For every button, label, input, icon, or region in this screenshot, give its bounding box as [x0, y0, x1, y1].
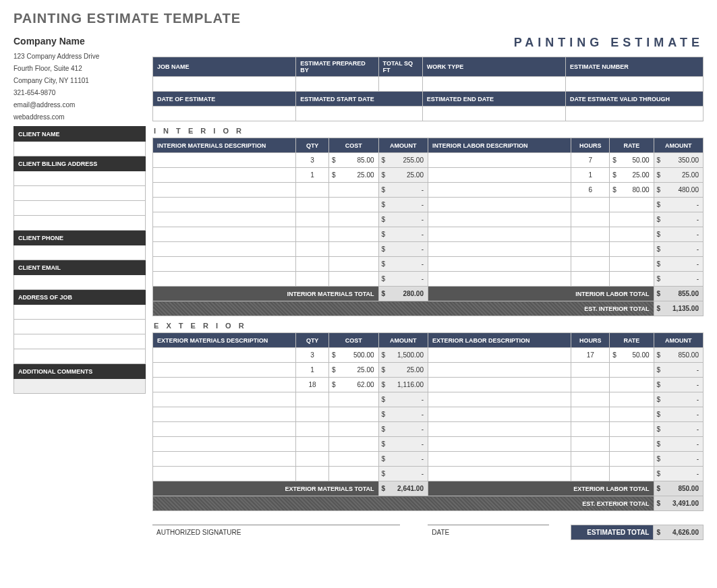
table-cell[interactable]: 1 — [296, 363, 329, 378]
table-cell[interactable] — [571, 227, 610, 242]
table-cell[interactable] — [329, 392, 378, 407]
table-cell[interactable] — [428, 212, 571, 227]
table-cell[interactable] — [296, 437, 329, 452]
table-cell[interactable] — [428, 422, 571, 437]
table-cell[interactable] — [153, 168, 296, 183]
table-cell[interactable] — [610, 437, 654, 452]
table-cell[interactable]: $80.00 — [610, 183, 654, 198]
table-cell[interactable] — [610, 467, 654, 481]
table-cell[interactable] — [428, 437, 571, 452]
table-cell[interactable] — [296, 227, 329, 242]
table-cell[interactable] — [329, 272, 378, 287]
table-cell[interactable]: $25.00 — [610, 168, 654, 183]
client-billing-input-4[interactable] — [14, 216, 146, 231]
table-cell[interactable] — [153, 198, 296, 212]
job-addr-input-4[interactable] — [14, 349, 146, 364]
table-cell[interactable] — [428, 168, 571, 183]
table-cell[interactable] — [329, 227, 378, 242]
table-cell[interactable] — [610, 392, 654, 407]
table-cell[interactable]: $25.00 — [329, 168, 378, 183]
table-cell[interactable] — [571, 407, 610, 422]
table-cell[interactable] — [571, 452, 610, 467]
table-cell[interactable] — [428, 407, 571, 422]
table-cell[interactable] — [610, 378, 654, 392]
table-cell[interactable] — [610, 272, 654, 287]
job-addr-input-3[interactable] — [14, 334, 146, 349]
table-cell[interactable] — [153, 422, 296, 437]
job-addr-input-2[interactable] — [14, 320, 146, 334]
client-phone-input[interactable] — [14, 245, 146, 260]
table-cell[interactable]: 3 — [296, 348, 329, 363]
client-billing-input-3[interactable] — [14, 201, 146, 216]
table-cell[interactable]: 1 — [571, 168, 610, 183]
table-cell[interactable] — [610, 198, 654, 212]
table-cell[interactable] — [296, 407, 329, 422]
table-cell[interactable] — [571, 272, 610, 287]
table-cell[interactable] — [610, 227, 654, 242]
table-cell[interactable] — [296, 392, 329, 407]
table-cell[interactable]: $62.00 — [329, 378, 378, 392]
table-cell[interactable] — [296, 452, 329, 467]
table-cell[interactable] — [610, 257, 654, 272]
table-cell[interactable] — [329, 257, 378, 272]
table-cell[interactable] — [153, 272, 296, 287]
table-cell[interactable] — [428, 363, 571, 378]
table-cell[interactable]: 1 — [296, 168, 329, 183]
table-cell[interactable] — [428, 452, 571, 467]
comments-input[interactable] — [14, 379, 146, 394]
table-cell[interactable] — [610, 212, 654, 227]
est-end-input[interactable] — [422, 107, 565, 121]
table-cell[interactable]: 17 — [571, 348, 610, 363]
table-cell[interactable] — [428, 183, 571, 198]
table-cell[interactable] — [571, 242, 610, 257]
table-cell[interactable] — [153, 227, 296, 242]
table-cell[interactable] — [153, 407, 296, 422]
table-cell[interactable] — [329, 467, 378, 481]
table-cell[interactable] — [571, 378, 610, 392]
table-cell[interactable] — [428, 198, 571, 212]
client-billing-input-2[interactable] — [14, 186, 146, 201]
table-cell[interactable] — [610, 242, 654, 257]
table-cell[interactable]: 6 — [571, 183, 610, 198]
table-cell[interactable]: 7 — [571, 153, 610, 168]
table-cell[interactable] — [296, 183, 329, 198]
table-cell[interactable] — [153, 467, 296, 481]
valid-through-input[interactable] — [565, 107, 703, 121]
table-cell[interactable]: $50.00 — [610, 348, 654, 363]
table-cell[interactable] — [153, 437, 296, 452]
table-cell[interactable] — [428, 153, 571, 168]
table-cell[interactable] — [610, 363, 654, 378]
table-cell[interactable] — [296, 422, 329, 437]
table-cell[interactable] — [329, 437, 378, 452]
table-cell[interactable] — [428, 467, 571, 481]
table-cell[interactable] — [571, 212, 610, 227]
job-addr-input[interactable] — [14, 305, 146, 320]
table-cell[interactable] — [153, 392, 296, 407]
table-cell[interactable]: $85.00 — [329, 153, 378, 168]
table-cell[interactable] — [610, 407, 654, 422]
table-cell[interactable] — [153, 153, 296, 168]
table-cell[interactable] — [153, 183, 296, 198]
table-cell[interactable] — [296, 272, 329, 287]
table-cell[interactable] — [329, 242, 378, 257]
table-cell[interactable] — [428, 227, 571, 242]
table-cell[interactable] — [296, 212, 329, 227]
table-cell[interactable] — [571, 363, 610, 378]
client-billing-input[interactable] — [14, 171, 146, 186]
table-cell[interactable] — [428, 392, 571, 407]
client-email-input[interactable] — [14, 275, 146, 290]
table-cell[interactable] — [329, 452, 378, 467]
table-cell[interactable] — [329, 407, 378, 422]
table-cell[interactable] — [153, 452, 296, 467]
table-cell[interactable] — [428, 242, 571, 257]
total-sqft-input[interactable] — [378, 77, 422, 92]
table-cell[interactable] — [153, 348, 296, 363]
table-cell[interactable] — [296, 467, 329, 481]
table-cell[interactable]: $500.00 — [329, 348, 378, 363]
table-cell[interactable] — [571, 437, 610, 452]
client-name-input[interactable] — [14, 142, 146, 156]
est-start-input[interactable] — [296, 107, 423, 121]
table-cell[interactable] — [329, 212, 378, 227]
table-cell[interactable] — [329, 198, 378, 212]
table-cell[interactable] — [571, 392, 610, 407]
